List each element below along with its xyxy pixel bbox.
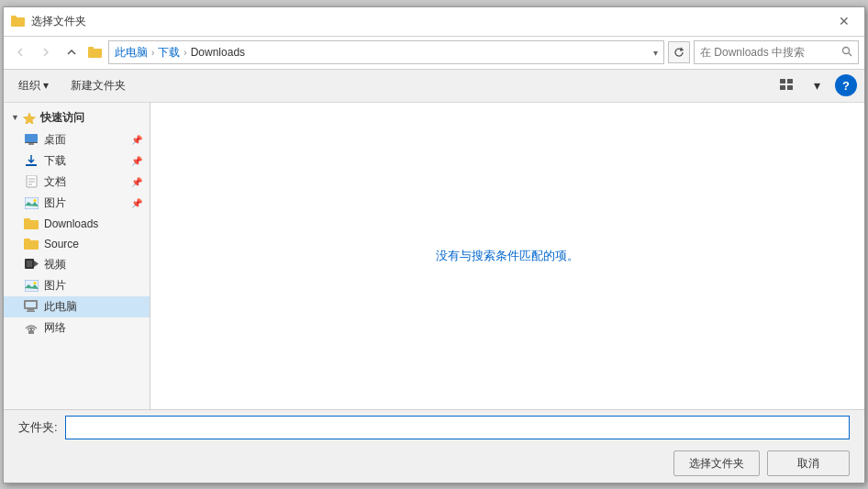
view-button[interactable] [776,74,798,96]
sidebar-item-xiazai-label: 下载 [44,153,66,169]
quick-access-chevron: ▼ [11,113,19,122]
image-icon-plain [24,278,39,293]
svg-marker-26 [34,261,39,267]
svg-rect-33 [27,311,35,313]
svg-rect-13 [28,143,34,145]
svg-rect-1 [11,16,17,18]
sidebar-item-shipin[interactable]: 视频 [4,254,150,275]
search-box [694,40,859,64]
sidebar-item-desktop[interactable]: 桌面 📌 [4,129,150,150]
breadcrumb-dropdown[interactable]: ▾ [653,48,658,58]
title-bar: 选择文件夹 ✕ [4,7,864,37]
sidebar-item-source-label: Source [44,238,79,250]
svg-rect-8 [780,85,785,90]
svg-rect-31 [26,302,36,307]
sidebar-item-source-folder[interactable]: Source [4,234,150,254]
sidebar-item-tupian-pinned[interactable]: 图片 📌 [4,193,150,214]
svg-rect-28 [25,280,39,292]
svg-marker-10 [23,113,35,124]
folder-picker-dialog: 选择文件夹 ✕ 此电脑 › 下载 › Downloads ▾ [3,6,865,483]
svg-rect-19 [25,197,39,209]
sidebar-item-wendang-label: 文档 [44,174,66,190]
svg-rect-7 [787,79,793,83]
svg-rect-23 [24,240,39,250]
title-folder-icon [11,14,26,28]
network-icon [24,320,39,335]
svg-point-20 [33,199,36,202]
video-icon [24,257,39,272]
download-icon [24,153,39,168]
svg-rect-12 [25,142,38,143]
breadcrumb-folder-icon [88,46,103,59]
sidebar-item-this-pc[interactable]: 此电脑 [4,296,150,317]
sidebar-item-downloads-label: Downloads [44,217,98,230]
sidebar-item-network-label: 网络 [44,320,66,336]
folder-input[interactable] [65,416,850,439]
sidebar-item-tupian-pinned-label: 图片 [44,195,66,211]
svg-rect-22 [24,218,30,221]
svg-line-5 [849,52,851,55]
sidebar-pin-tupian: 📌 [131,198,142,208]
sidebar-item-wendang[interactable]: 文档 📌 [4,172,150,193]
computer-icon [24,299,39,314]
svg-point-29 [33,282,36,284]
sidebar-item-this-pc-label: 此电脑 [44,299,77,315]
help-button[interactable]: ? [835,74,857,96]
dialog-title: 选择文件夹 [31,14,86,29]
doc-icon [24,174,39,189]
sidebar-item-downloads-folder[interactable]: Downloads [4,214,150,234]
view-dropdown[interactable]: ▾ [806,74,828,96]
back-button[interactable] [9,41,31,63]
sidebar-pin-wendang: 📌 [131,177,142,187]
sidebar-item-tupian-plain-label: 图片 [44,278,66,294]
svg-rect-24 [24,239,30,241]
bottom-bar: 文件夹: 选择文件夹 取消 [4,409,864,483]
refresh-button[interactable] [668,41,690,63]
sidebar-item-xiazai[interactable]: 下载 📌 [4,150,150,172]
file-area: 没有与搜索条件匹配的项。 [150,103,864,409]
svg-rect-27 [27,261,32,267]
folder-input-row: 文件夹: [18,416,850,439]
desktop-icon [24,132,39,147]
folder-yellow-icon-downloads [24,217,39,231]
folder-yellow-icon-source [24,237,39,251]
breadcrumb-current: Downloads [191,46,245,59]
svg-rect-9 [787,85,793,90]
main-content: ▼ 快速访问 桌面 📌 下载 📌 [4,103,864,409]
forward-button[interactable] [35,41,57,63]
sidebar-item-shipin-label: 视频 [44,257,66,272]
close-button[interactable]: ✕ [831,8,857,34]
new-folder-button[interactable]: 新建文件夹 [63,75,133,96]
svg-rect-14 [26,164,37,166]
svg-rect-0 [11,17,25,27]
button-row: 选择文件夹 取消 [18,450,850,476]
quick-access-label: 快速访问 [40,110,84,126]
sidebar-item-desktop-label: 桌面 [44,132,66,148]
search-icon[interactable] [841,46,852,60]
organize-button[interactable]: 组织 ▾ [11,75,56,96]
title-bar-left: 选择文件夹 [11,14,86,29]
cancel-button[interactable]: 取消 [767,450,850,476]
breadcrumb-downloads-cn[interactable]: 下载 [158,45,180,61]
breadcrumb-pc[interactable]: 此电脑 [115,45,148,61]
star-icon [23,112,36,124]
toolbar: 组织 ▾ 新建文件夹 ▾ ? [4,70,864,103]
confirm-button[interactable]: 选择文件夹 [673,450,760,476]
svg-rect-6 [780,79,785,83]
svg-rect-32 [28,309,34,311]
svg-rect-2 [88,49,102,58]
folder-label: 文件夹: [18,419,58,436]
sidebar-item-network[interactable]: 网络 [4,317,150,339]
sidebar-quick-access-header[interactable]: ▼ 快速访问 [4,106,150,129]
address-bar: 此电脑 › 下载 › Downloads ▾ [4,37,864,70]
search-input[interactable] [700,46,838,59]
svg-rect-3 [88,47,94,50]
svg-point-36 [30,329,32,331]
svg-point-4 [843,47,850,53]
image-icon-pinned [24,195,39,210]
sidebar-item-tupian-plain[interactable]: 图片 [4,275,150,296]
sidebar: ▼ 快速访问 桌面 📌 下载 📌 [4,103,150,409]
breadcrumb-bar: 此电脑 › 下载 › Downloads ▾ [108,40,664,64]
up-button[interactable] [61,41,83,63]
sidebar-pin-xiazai: 📌 [131,156,142,166]
